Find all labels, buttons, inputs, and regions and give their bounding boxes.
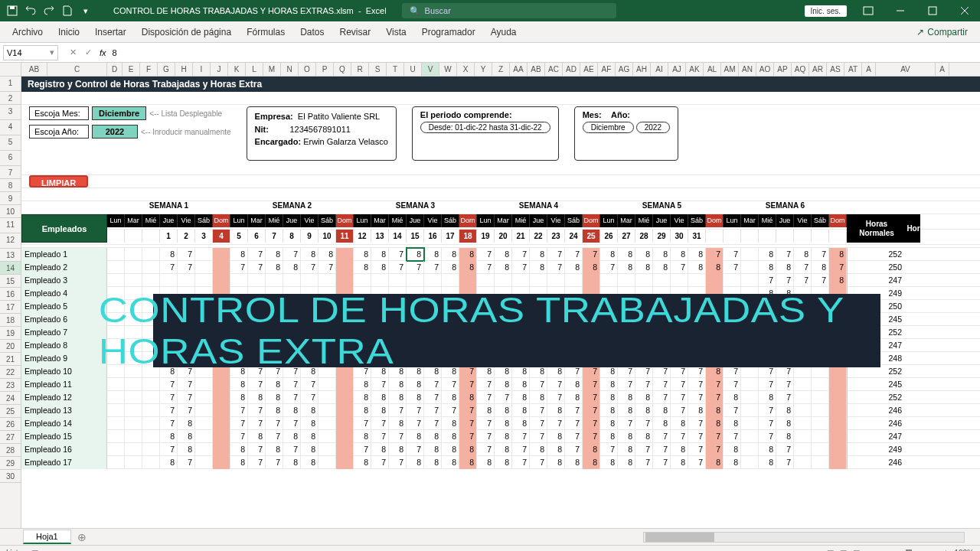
hours-cell[interactable]: 8 [618, 430, 635, 443]
hours-cell[interactable]: 7 [160, 378, 178, 391]
hours-cell[interactable] [829, 443, 847, 456]
hours-cell[interactable]: 7 [178, 261, 195, 274]
hours-cell[interactable]: 7 [547, 391, 565, 404]
hours-cell[interactable]: 8 [248, 430, 266, 443]
hours-cell[interactable]: 7 [653, 378, 671, 391]
row-header[interactable]: 3 [0, 105, 21, 120]
hours-cell[interactable] [741, 417, 759, 430]
hours-cell[interactable]: 7 [600, 443, 618, 456]
hours-cell[interactable] [142, 391, 160, 404]
hours-cell[interactable]: 7 [671, 391, 688, 404]
hours-cell[interactable]: 7 [459, 378, 477, 391]
hours-cell[interactable]: 8 [530, 391, 547, 404]
hours-cell[interactable]: 8 [618, 404, 635, 417]
horas-normales-cell[interactable]: 246 [847, 417, 906, 430]
hours-cell[interactable] [283, 274, 301, 287]
horas-normales-cell[interactable]: 245 [847, 378, 906, 391]
hours-cell[interactable] [213, 456, 230, 469]
maximize-icon[interactable] [917, 0, 948, 21]
hours-cell[interactable] [195, 417, 213, 430]
hours-cell[interactable]: 7 [583, 430, 600, 443]
hours-cell[interactable]: 7 [706, 443, 724, 456]
hours-cell[interactable] [318, 456, 336, 469]
hours-cell[interactable]: 8 [230, 443, 248, 456]
hours-cell[interactable]: 7 [671, 404, 688, 417]
sheet-tab-hoja1[interactable]: Hoja1 [23, 530, 71, 544]
col-header[interactable]: O [299, 63, 316, 76]
col-header[interactable]: AS [827, 63, 844, 76]
hours-cell[interactable]: 7 [318, 261, 336, 274]
hours-cell[interactable] [125, 248, 142, 261]
hours-cell[interactable]: 7 [407, 404, 424, 417]
hours-cell[interactable]: 7 [477, 378, 495, 391]
hours-cell[interactable] [107, 417, 125, 430]
hours-cell[interactable]: 8 [424, 430, 442, 443]
hours-cell[interactable]: 7 [706, 391, 724, 404]
hours-cell[interactable]: 7 [160, 391, 178, 404]
ribbon-tab-archivo[interactable]: Archivo [5, 22, 51, 42]
hours-cell[interactable]: 7 [565, 430, 583, 443]
col-header[interactable]: AB [21, 63, 47, 76]
hours-cell[interactable] [195, 261, 213, 274]
employee-name[interactable]: Empleado 3 [21, 274, 107, 287]
hours-cell[interactable]: 8 [160, 248, 178, 261]
row-header[interactable]: 7 [0, 166, 21, 179]
hours-cell[interactable] [195, 443, 213, 456]
hours-cell[interactable] [547, 274, 565, 287]
hours-cell[interactable] [565, 274, 583, 287]
hours-cell[interactable] [530, 274, 547, 287]
hours-cell[interactable]: 8 [547, 404, 565, 417]
row-header[interactable]: 28 [0, 444, 21, 457]
hours-cell[interactable] [195, 391, 213, 404]
hours-cell[interactable]: 8 [301, 248, 318, 261]
ribbon-tab-vista[interactable]: Vista [378, 22, 413, 42]
hours-cell[interactable]: 7 [301, 261, 318, 274]
hours-cell[interactable]: 7 [371, 378, 389, 391]
employee-name[interactable]: Empleado 15 [21, 430, 107, 443]
hours-cell[interactable]: 8 [230, 378, 248, 391]
hours-cell[interactable]: 7 [266, 417, 283, 430]
hours-cell[interactable]: 7 [477, 430, 495, 443]
hours-cell[interactable] [213, 430, 230, 443]
hours-cell[interactable] [213, 274, 230, 287]
hours-cell[interactable] [741, 261, 759, 274]
hours-cell[interactable]: 8 [706, 261, 724, 274]
hours-cell[interactable] [354, 274, 371, 287]
row-header[interactable]: 13 [0, 249, 21, 262]
hours-cell[interactable]: 8 [442, 417, 459, 430]
hours-cell[interactable]: 7 [477, 248, 495, 261]
hours-cell[interactable]: 8 [600, 430, 618, 443]
hours-cell[interactable] [741, 430, 759, 443]
hours-cell[interactable] [336, 430, 354, 443]
row-header[interactable]: 22 [0, 366, 21, 379]
hours-cell[interactable] [160, 274, 178, 287]
hours-cell[interactable]: 7 [653, 443, 671, 456]
hours-cell[interactable]: 8 [724, 456, 741, 469]
hours-cell[interactable]: 8 [442, 443, 459, 456]
hours-cell[interactable]: 7 [565, 417, 583, 430]
ribbon-tab-disposición-de-página[interactable]: Disposición de página [134, 22, 239, 42]
hours-cell[interactable]: 8 [407, 391, 424, 404]
hours-cell[interactable] [336, 456, 354, 469]
hours-cell[interactable] [213, 417, 230, 430]
col-header[interactable]: AR [809, 63, 827, 76]
fx-icon[interactable]: fx [100, 48, 106, 57]
hours-cell[interactable]: 8 [354, 248, 371, 261]
employee-name[interactable]: Empleado 14 [21, 417, 107, 430]
hours-cell[interactable]: 7 [301, 391, 318, 404]
col-header[interactable]: L [246, 63, 263, 76]
hours-cell[interactable] [318, 430, 336, 443]
row-header[interactable]: 12 [0, 233, 21, 249]
close-icon[interactable] [949, 0, 980, 21]
ribbon-tab-fórmulas[interactable]: Fórmulas [239, 22, 292, 42]
hours-cell[interactable]: 8 [600, 391, 618, 404]
hours-cell[interactable]: 7 [389, 248, 407, 261]
hours-cell[interactable]: 7 [724, 261, 741, 274]
col-header[interactable]: V [422, 63, 439, 76]
hours-cell[interactable]: 7 [477, 261, 495, 274]
hours-cell[interactable]: 7 [706, 248, 724, 261]
hours-cell[interactable]: 8 [653, 404, 671, 417]
col-header[interactable]: AI [651, 63, 668, 76]
hours-cell[interactable]: 7 [794, 274, 812, 287]
hours-cell[interactable]: 7 [635, 456, 653, 469]
